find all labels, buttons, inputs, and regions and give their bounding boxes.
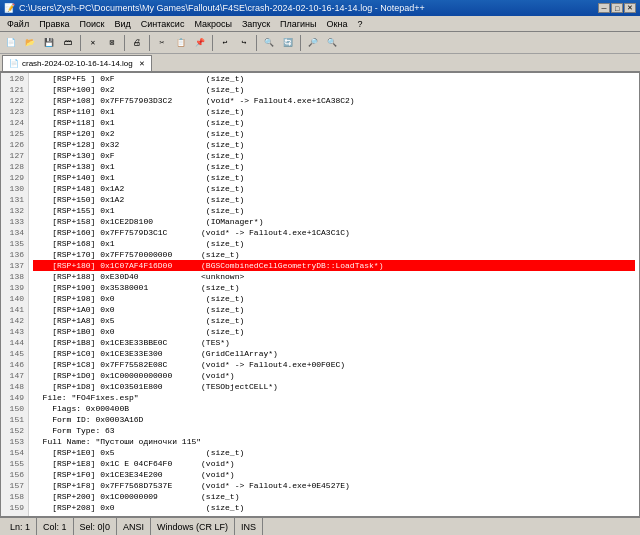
print-button[interactable]: 🖨: [128, 34, 146, 52]
line-number: 122: [5, 95, 24, 106]
close-doc-button[interactable]: ✕: [84, 34, 102, 52]
line-number: 148: [5, 381, 24, 392]
code-line: [RSP+1C0] 0x1CE3E33E300 (GridCellArray*): [33, 348, 635, 359]
line-number: 151: [5, 414, 24, 425]
menu-file[interactable]: Файл: [2, 18, 34, 30]
line-number: 129: [5, 172, 24, 183]
code-line: [RSP+158] 0x1CE2D8100 (IOManager*): [33, 216, 635, 227]
save-button[interactable]: 💾: [40, 34, 58, 52]
menu-windows[interactable]: Окна: [322, 18, 353, 30]
toolbar-sep-6: [300, 35, 301, 51]
line-number: 134: [5, 227, 24, 238]
line-number: 125: [5, 128, 24, 139]
code-line: [RSP+1E0] 0x5 (size_t): [33, 447, 635, 458]
code-line: [RSP+1F0] 0x1CE3E34E200 (void*): [33, 469, 635, 480]
code-line: [RSP+200] 0x1C00000009 (size_t): [33, 491, 635, 502]
code-line: [RSP+1A8] 0x5 (size_t): [33, 315, 635, 326]
code-line: [RSP+170] 0x7FF7570000000 (size_t): [33, 249, 635, 260]
code-line: [RSP+155] 0x1 (size_t): [33, 205, 635, 216]
save-all-button[interactable]: 🗃: [59, 34, 77, 52]
menu-view[interactable]: Вид: [110, 18, 136, 30]
code-line: [RSP+180] 0x1C07AF4F16D00 (BGSCombinedCe…: [33, 260, 635, 271]
code-line: [RSP+198] 0x0 (size_t): [33, 293, 635, 304]
zoom-in-button[interactable]: 🔎: [304, 34, 322, 52]
line-number: 154: [5, 447, 24, 458]
code-line: Form Type: 63: [33, 425, 635, 436]
code-line: [RSP+148] 0x1A2 (size_t): [33, 183, 635, 194]
menu-plugins[interactable]: Плагины: [275, 18, 321, 30]
code-line: [RSP+130] 0xF (size_t): [33, 150, 635, 161]
code-line: [RSP+1B0] 0x0 (size_t): [33, 326, 635, 337]
code-line: [RSP+1D0] 0x1C00000000000 (void*): [33, 370, 635, 381]
line-number: 130: [5, 183, 24, 194]
line-number: 156: [5, 469, 24, 480]
menu-bar: Файл Правка Поиск Вид Синтаксис Макросы …: [0, 16, 640, 32]
open-button[interactable]: 📂: [21, 34, 39, 52]
line-number: 120: [5, 73, 24, 84]
line-number: 147: [5, 370, 24, 381]
code-line: [RSP+108] 0x7FF757903D3C2 (void* -> Fall…: [33, 95, 635, 106]
content-area[interactable]: 1201211221231241251261271281291301311321…: [0, 72, 640, 517]
line-number: 123: [5, 106, 24, 117]
code-line: [RSP+140] 0x1 (size_t): [33, 172, 635, 183]
status-bar: Ln: 1 Col: 1 Sel: 0|0 ANSI Windows (CR L…: [0, 517, 640, 535]
close-button[interactable]: ✕: [624, 3, 636, 13]
tab-log-file[interactable]: 📄 crash-2024-02-10-16-14-14.log ✕: [2, 55, 152, 71]
code-line: Form ID: 0x0003A16D: [33, 414, 635, 425]
line-number: 146: [5, 359, 24, 370]
redo-button[interactable]: ↪: [235, 34, 253, 52]
title-bar: 📝 C:\Users\Zysh-PC\Documents\My Games\Fa…: [0, 0, 640, 16]
code-line: [RSP+138] 0x1 (size_t): [33, 161, 635, 172]
menu-edit[interactable]: Правка: [34, 18, 74, 30]
line-number: 124: [5, 117, 24, 128]
zoom-out-button[interactable]: 🔍: [323, 34, 341, 52]
line-number: 132: [5, 205, 24, 216]
new-button[interactable]: 📄: [2, 34, 20, 52]
replace-button[interactable]: 🔄: [279, 34, 297, 52]
code-lines: [RSP+F5 ] 0xF (size_t) [RSP+100] 0x2 (si…: [29, 73, 639, 517]
minimize-button[interactable]: ─: [598, 3, 610, 13]
menu-syntax[interactable]: Синтаксис: [136, 18, 190, 30]
line-number: 133: [5, 216, 24, 227]
line-number: 140: [5, 293, 24, 304]
cut-button[interactable]: ✂: [153, 34, 171, 52]
code-line: [RSP+160] 0x7FF7579D3C1C (void* -> Fallo…: [33, 227, 635, 238]
close-all-button[interactable]: ⊠: [103, 34, 121, 52]
code-line: [RSP+110] 0x1 (size_t): [33, 106, 635, 117]
toolbar-sep-4: [212, 35, 213, 51]
line-number: 121: [5, 84, 24, 95]
app-icon: 📝: [4, 3, 15, 13]
line-number: 153: [5, 436, 24, 447]
line-number: 152: [5, 425, 24, 436]
maximize-button[interactable]: □: [611, 3, 623, 13]
line-number: 149: [5, 392, 24, 403]
toolbar-sep-5: [256, 35, 257, 51]
code-line: [RSP+1F8] 0x7FF7568D7537E (void* -> Fall…: [33, 480, 635, 491]
undo-button[interactable]: ↩: [216, 34, 234, 52]
paste-button[interactable]: 📌: [191, 34, 209, 52]
find-button[interactable]: 🔍: [260, 34, 278, 52]
status-lineend: Windows (CR LF): [151, 518, 235, 535]
line-number: 138: [5, 271, 24, 282]
line-number: 139: [5, 282, 24, 293]
window-title: C:\Users\Zysh-PC\Documents\My Games\Fall…: [19, 3, 425, 13]
copy-button[interactable]: 📋: [172, 34, 190, 52]
code-container: 1201211221231241251261271281291301311321…: [1, 73, 639, 517]
tab-close-icon[interactable]: ✕: [139, 60, 145, 68]
menu-search[interactable]: Поиск: [75, 18, 110, 30]
code-line: [RSP+100] 0x2 (size_t): [33, 84, 635, 95]
line-numbers: 1201211221231241251261271281291301311321…: [1, 73, 29, 517]
menu-macros[interactable]: Макросы: [189, 18, 237, 30]
status-col: Col: 1: [37, 518, 74, 535]
status-ins: INS: [235, 518, 263, 535]
line-number: 159: [5, 502, 24, 513]
code-line: [RSP+F5 ] 0xF (size_t): [33, 73, 635, 84]
toolbar-sep-2: [124, 35, 125, 51]
code-line: [RSP+150] 0x1A2 (size_t): [33, 194, 635, 205]
toolbar-sep-3: [149, 35, 150, 51]
menu-run[interactable]: Запуск: [237, 18, 275, 30]
code-line: [RSP+168] 0x1 (size_t): [33, 238, 635, 249]
status-line: Ln: 1: [4, 518, 37, 535]
menu-help[interactable]: ?: [352, 18, 367, 30]
tab-icon: 📄: [9, 59, 19, 68]
